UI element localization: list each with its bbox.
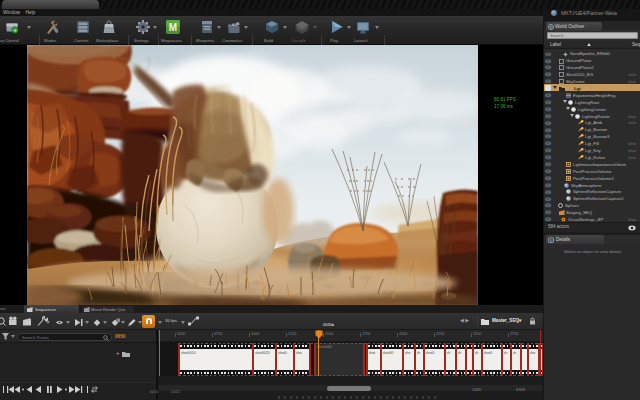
svg-text:+: + — [13, 27, 16, 33]
svg-text:M: M — [169, 22, 177, 33]
